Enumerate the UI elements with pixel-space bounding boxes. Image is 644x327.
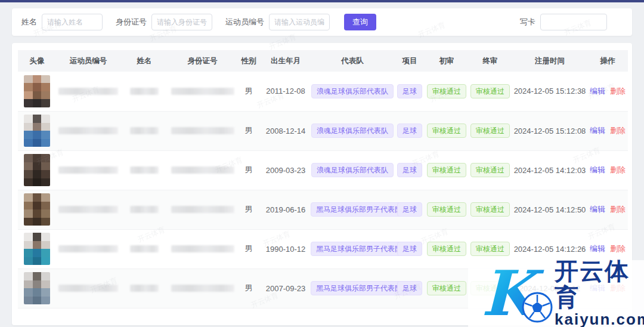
- first-review-badge: 审核通过: [427, 281, 466, 295]
- search-button[interactable]: 查询: [344, 14, 376, 30]
- header-register-time: 注册时间: [512, 50, 587, 72]
- delete-link[interactable]: 删除: [610, 205, 626, 214]
- name-input[interactable]: [42, 14, 103, 30]
- athlete-name-redacted: [130, 166, 159, 174]
- table-row: 男 2011-12-08 浪魂足球俱乐部代表队 足球 审核通过 审核通过 202…: [18, 72, 628, 111]
- id-number-redacted: [171, 245, 234, 252]
- brand-domain: kaiyun.com: [555, 310, 644, 327]
- delete-link[interactable]: 删除: [610, 126, 626, 135]
- athlete-avatar: [24, 272, 50, 304]
- gender-value: 男: [245, 126, 253, 135]
- athlete-number-redacted: [58, 285, 118, 292]
- kaiyun-brand-logo: K 开云体育 kaiyun.com: [468, 260, 644, 327]
- delete-link[interactable]: 删除: [610, 244, 626, 253]
- first-review-badge: 审核通过: [427, 84, 466, 98]
- final-review-badge: 审核通过: [470, 202, 510, 217]
- gender-value: 男: [245, 244, 253, 253]
- header-operations: 操作: [587, 50, 628, 72]
- team-badge: 黑马足球俱乐部男子代表队: [311, 242, 407, 256]
- id-number-redacted: [171, 127, 234, 134]
- birth-date-value: 2019-06-16: [266, 205, 306, 214]
- birth-date-value: 2008-12-14: [266, 127, 306, 135]
- register-time-value: 2024-12-05 15:12:08: [514, 127, 586, 135]
- sport-badge: 足球: [397, 242, 422, 256]
- football-icon: [521, 291, 553, 323]
- id-number-redacted: [171, 285, 234, 292]
- table-row: 男 2019-06-16 黑马足球俱乐部男子代表队 足球 审核通过 审核通过 2…: [18, 190, 628, 229]
- id-number-label: 身份证号: [116, 17, 147, 27]
- header-team: 代表队: [311, 50, 394, 72]
- gender-value: 男: [245, 165, 253, 174]
- athlete-number-redacted: [58, 127, 118, 134]
- edit-link[interactable]: 编辑: [590, 244, 605, 253]
- id-number-redacted: [171, 206, 234, 213]
- header-avatar: 头像: [18, 50, 56, 72]
- delete-link[interactable]: 删除: [610, 165, 626, 174]
- edit-link[interactable]: 编辑: [590, 205, 605, 214]
- filter-panel: 姓名 身份证号 运动员编号 查询 写卡: [12, 8, 632, 36]
- sport-badge: 足球: [397, 281, 422, 295]
- athlete-name-redacted: [130, 245, 159, 252]
- birth-date-value: 1990-10-12: [266, 245, 306, 254]
- write-card-group: 写卡: [520, 14, 607, 30]
- edit-link[interactable]: 编辑: [590, 126, 605, 135]
- first-review-badge: 审核通过: [427, 242, 466, 256]
- register-time-value: 2024-12-05 15:12:38: [514, 87, 586, 95]
- filter-athlete-number: 运动员编号: [225, 14, 330, 30]
- athlete-avatar: [24, 115, 50, 147]
- brand-name: 开云体育: [555, 258, 644, 310]
- delete-link[interactable]: 删除: [610, 87, 626, 95]
- table-row: 男 2009-03-23 浪魂足球俱乐部代表队 足球 审核通过 审核通过 202…: [18, 150, 628, 190]
- edit-link[interactable]: 编辑: [590, 87, 605, 95]
- team-badge: 浪魂足球俱乐部代表队: [311, 163, 394, 177]
- first-review-badge: 审核通过: [427, 163, 466, 177]
- header-id-number: 身份证号: [168, 50, 237, 72]
- gender-value: 男: [245, 283, 253, 292]
- first-review-badge: 审核通过: [427, 202, 466, 217]
- birth-date-value: 2009-03-23: [266, 166, 306, 175]
- athlete-name-redacted: [130, 127, 159, 134]
- team-badge: 浪魂足球俱乐部代表队: [311, 84, 394, 98]
- final-review-badge: 审核通过: [470, 84, 510, 98]
- birth-date-value: 2011-12-08: [266, 87, 305, 95]
- sport-badge: 足球: [397, 84, 422, 98]
- gender-value: 男: [245, 87, 253, 95]
- header-name: 姓名: [120, 50, 168, 72]
- athlete-avatar: [24, 154, 50, 186]
- gender-value: 男: [245, 205, 253, 214]
- athlete-number-input[interactable]: [269, 14, 330, 30]
- team-badge: 浪魂足球俱乐部代表队: [311, 124, 394, 138]
- table-header-row: 头像 运动员编号 姓名 身份证号 性别 出生年月 代表队 项目 初审 终审 注册…: [18, 50, 628, 72]
- header-final-review: 终审: [468, 50, 512, 72]
- register-time-value: 2024-12-05 14:12:26: [514, 245, 586, 254]
- register-time-value: 2024-12-05 14:12:50: [514, 205, 586, 214]
- athlete-avatar: [24, 75, 50, 107]
- athlete-number-redacted: [58, 206, 118, 213]
- id-number-redacted: [171, 88, 234, 95]
- table-row: 男 2008-12-14 浪魂足球俱乐部代表队 足球 审核通过 审核通过 202…: [18, 111, 628, 150]
- athlete-name-redacted: [130, 285, 159, 292]
- final-review-badge: 审核通过: [470, 163, 510, 177]
- filter-id-number: 身份证号: [116, 14, 212, 30]
- header-athlete-number: 运动员编号: [56, 50, 120, 72]
- athlete-number-redacted: [58, 88, 118, 95]
- name-label: 姓名: [21, 17, 37, 27]
- write-card-input[interactable]: [540, 14, 607, 30]
- first-review-badge: 审核通过: [427, 124, 466, 138]
- team-badge: 黑马足球俱乐部男子代表队: [311, 202, 407, 217]
- header-birth-date: 出生年月: [261, 50, 311, 72]
- athlete-number-label: 运动员编号: [225, 17, 264, 27]
- birth-date-value: 2007-09-23: [266, 284, 306, 293]
- sport-badge: 足球: [397, 124, 422, 138]
- header-gender: 性别: [237, 50, 261, 72]
- final-review-badge: 审核通过: [470, 242, 510, 256]
- write-card-label: 写卡: [520, 17, 535, 27]
- header-sport: 项目: [394, 50, 425, 72]
- id-number-input[interactable]: [151, 14, 212, 30]
- brand-text-block: 开云体育 kaiyun.com: [555, 258, 644, 327]
- team-badge: 黑马足球俱乐部男子代表队: [311, 281, 407, 295]
- id-number-redacted: [171, 166, 234, 174]
- athlete-number-redacted: [58, 245, 118, 252]
- athlete-avatar: [24, 233, 50, 265]
- edit-link[interactable]: 编辑: [590, 165, 605, 174]
